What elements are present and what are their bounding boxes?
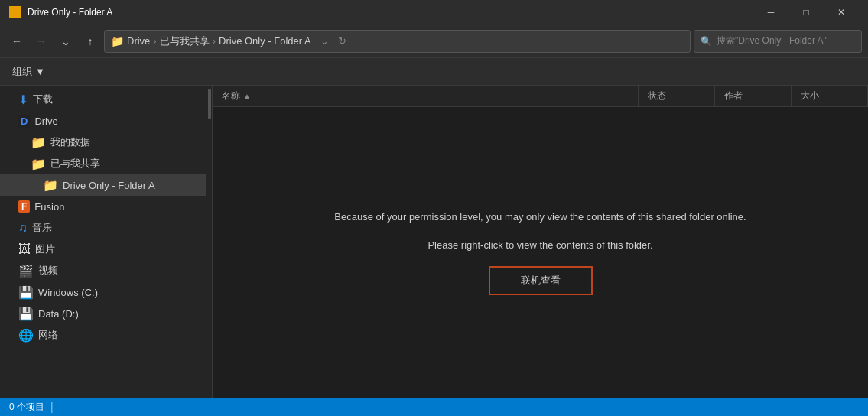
sidebar-item-pictures[interactable]: 🖼 图片: [0, 239, 206, 260]
resize-handle[interactable]: [208, 89, 211, 119]
sidebar-label-windows-c: Windows (C:): [38, 287, 98, 298]
breadcrumb-drive: Drive: [127, 35, 150, 47]
data-d-icon: 💾: [18, 307, 34, 321]
back-button[interactable]: ←: [6, 31, 28, 52]
sidebar-label-mydata: 我的数据: [50, 135, 90, 149]
mydata-folder-icon: 📁: [31, 135, 46, 150]
col-header-size[interactable]: 大小: [792, 86, 868, 106]
search-icon: 🔍: [701, 36, 712, 47]
folder-a-icon: 📁: [43, 178, 58, 193]
breadcrumb-shared: 已与我共享: [160, 34, 210, 48]
sidebar-item-shared[interactable]: 📁 已与我共享: [0, 153, 206, 174]
shared-folder-icon: 📁: [31, 157, 46, 171]
nav-bar: ← → ⌄ ↑ 📁 Drive › 已与我共享 › Drive Only - F…: [0, 24, 868, 58]
sidebar-item-data-d[interactable]: 💾 Data (D:): [0, 303, 206, 324]
view-online-button[interactable]: 联机查看: [489, 266, 593, 295]
sidebar-label-network: 网络: [38, 328, 58, 342]
sidebar-label-drive: Drive: [34, 115, 57, 127]
close-button[interactable]: ✕: [824, 0, 859, 24]
recent-button[interactable]: ⌄: [55, 31, 76, 52]
fusion-icon: F: [18, 200, 30, 213]
sidebar-item-drive[interactable]: D Drive: [0, 110, 206, 132]
sidebar-item-network[interactable]: 🌐 网络: [0, 324, 206, 346]
col-author-label: 作者: [724, 89, 743, 102]
sidebar-item-fusion[interactable]: F Fusion: [0, 196, 206, 217]
search-bar[interactable]: 🔍 搜索"Drive Only - Folder A": [694, 30, 862, 53]
address-dropdown-button[interactable]: ⌄: [320, 35, 329, 47]
column-headers: 名称 ▲ 状态 作者 大小: [213, 86, 868, 107]
resize-handle-area: [206, 86, 213, 398]
address-bar[interactable]: 📁 Drive › 已与我共享 › Drive Only - Folder A …: [104, 30, 691, 53]
title-bar: Drive Only - Folder A ─ □ ✕: [0, 0, 868, 24]
sidebar-label-folder-a: Drive Only - Folder A: [63, 180, 155, 191]
toolbar: 组织 ▼: [0, 58, 868, 86]
maximize-button[interactable]: □: [788, 0, 824, 24]
sidebar-item-music[interactable]: ♫ 音乐: [0, 217, 206, 239]
sidebar-label-videos: 视频: [38, 264, 58, 278]
status-count: 0 个项目: [9, 401, 44, 414]
organize-label: 组织: [12, 65, 32, 79]
sidebar-label-shared: 已与我共享: [50, 157, 100, 171]
sidebar-label-music: 音乐: [32, 221, 52, 235]
windows-c-icon: 💾: [18, 285, 34, 300]
sidebar: ⬇ 下载 D Drive 📁 我的数据 📁 已与我共享 📁 Drive Only…: [0, 86, 206, 398]
col-header-name[interactable]: 名称 ▲: [213, 86, 639, 106]
title-bar-folder-icon: [9, 6, 21, 18]
content-pane: 名称 ▲ 状态 作者 大小 Because of your permission…: [213, 86, 868, 398]
network-icon: 🌐: [18, 328, 34, 343]
address-folder-icon: 📁: [111, 35, 124, 47]
up-button[interactable]: ↑: [80, 31, 101, 52]
address-refresh-button[interactable]: ↻: [335, 34, 349, 48]
forward-button[interactable]: →: [31, 31, 52, 52]
col-status-label: 状态: [648, 89, 666, 102]
breadcrumb-current: Drive Only - Folder A: [219, 35, 311, 47]
breadcrumb-sep1: ›: [153, 35, 156, 47]
sidebar-item-mydata[interactable]: 📁 我的数据: [0, 132, 206, 153]
videos-icon: 🎬: [18, 264, 34, 278]
drive-icon: D: [18, 115, 30, 128]
sidebar-item-downloads[interactable]: ⬇ 下载: [0, 89, 206, 110]
status-separator: |: [50, 401, 54, 413]
pictures-icon: 🖼: [18, 242, 31, 256]
organize-arrow-icon: ▼: [35, 66, 45, 77]
col-name-label: 名称: [222, 89, 240, 102]
main-area: ⬇ 下载 D Drive 📁 我的数据 📁 已与我共享 📁 Drive Only…: [0, 86, 868, 398]
status-bar: 0 个项目 |: [0, 398, 868, 416]
title-bar-controls: ─ □ ✕: [753, 0, 859, 24]
sidebar-item-windows-c[interactable]: 💾 Windows (C:): [0, 281, 206, 303]
permission-message-line2: Please right-click to view the contents …: [427, 238, 652, 254]
sidebar-item-folder-a[interactable]: 📁 Drive Only - Folder A: [0, 174, 206, 196]
permission-message-line1: Because of your permission level, you ma…: [334, 210, 746, 226]
sidebar-item-videos[interactable]: 🎬 视频: [0, 260, 206, 281]
sidebar-label-pictures: 图片: [35, 242, 55, 256]
col-header-status[interactable]: 状态: [639, 86, 715, 106]
minimize-button[interactable]: ─: [753, 0, 788, 24]
download-icon: ⬇: [18, 93, 28, 107]
content-body: Because of your permission level, you ma…: [213, 107, 868, 398]
search-placeholder-text: 搜索"Drive Only - Folder A": [717, 34, 827, 47]
col-header-author[interactable]: 作者: [715, 86, 792, 106]
sidebar-label-data-d: Data (D:): [38, 308, 79, 320]
breadcrumb-sep2: ›: [213, 35, 216, 47]
col-size-label: 大小: [801, 89, 819, 102]
title-bar-title: Drive Only - Folder A: [28, 7, 112, 18]
organize-button[interactable]: 组织 ▼: [6, 62, 51, 82]
sidebar-label-downloads: 下载: [33, 93, 53, 106]
sidebar-label-fusion: Fusion: [34, 201, 64, 213]
music-icon: ♫: [18, 221, 28, 235]
col-sort-icon: ▲: [243, 92, 251, 100]
breadcrumb: Drive › 已与我共享 › Drive Only - Folder A: [127, 34, 311, 48]
